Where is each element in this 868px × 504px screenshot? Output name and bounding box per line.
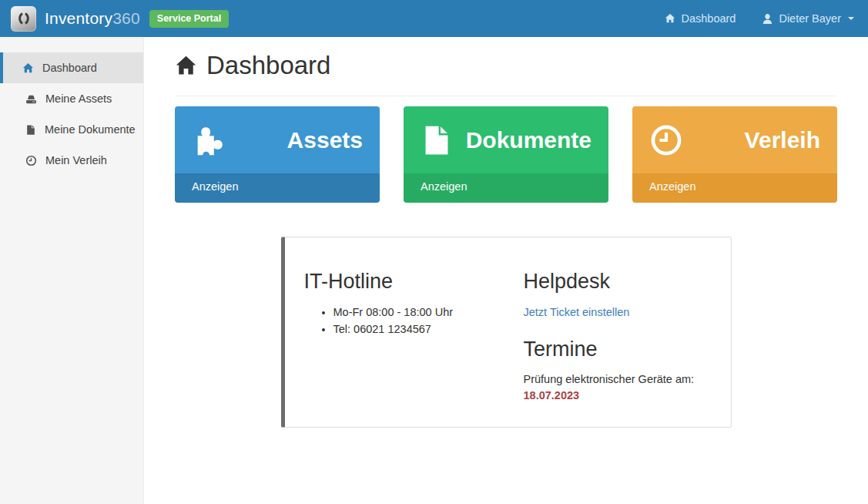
navbar-right: Dashboard Dieter Bayer: [665, 12, 854, 25]
home-icon: [22, 62, 34, 74]
assets-tile-body: Assets: [175, 106, 380, 173]
brand-name: Inventory: [45, 9, 112, 27]
top-navbar: Inventory360 Service Portal Dashboard Di…: [0, 0, 868, 37]
brand-suffix: 360: [112, 9, 140, 27]
assets-tile[interactable]: Assets Anzeigen: [175, 106, 380, 203]
hdd-icon: [25, 93, 37, 105]
page-title: Dashboard: [175, 51, 837, 80]
nav-dashboard-label: Dashboard: [681, 12, 736, 25]
sidebar-item-label: Meine Dokumente: [45, 123, 136, 136]
clock-icon: [649, 123, 683, 157]
sidebar-item-label: Mein Verleih: [45, 154, 107, 166]
file-icon: [25, 124, 36, 136]
helpdesk-title: Helpdesk: [524, 270, 712, 294]
tile-title: Dokumente: [453, 127, 592, 153]
termine-title: Termine: [524, 338, 712, 361]
verleih-tile[interactable]: Verleih Anzeigen: [632, 106, 837, 203]
sidebar-item-label: Meine Assets: [45, 92, 112, 105]
helpdesk-section: Helpdesk Jetzt Ticket einstellen Termine…: [524, 270, 712, 404]
hotline-list: Mo-Fr 08:00 - 18:00 Uhr Tel: 06021 12345…: [333, 306, 524, 335]
sidebar-item-label: Dashboard: [42, 62, 97, 74]
tile-title: Assets: [227, 127, 363, 153]
app-logo-icon: [11, 6, 36, 32]
hotline-phone: Tel: 06021 1234567: [333, 323, 524, 335]
sidebar: Dashboard Meine Assets Meine Dokumente M…: [0, 37, 144, 504]
home-icon: [175, 55, 197, 77]
tile-title: Verleih: [683, 127, 820, 153]
file-icon: [421, 123, 453, 158]
service-portal-badge: Service Portal: [149, 10, 229, 28]
brand-area: Inventory360 Service Portal: [11, 6, 229, 32]
puzzle-icon: [192, 123, 227, 158]
sidebar-item-meine-dokumente[interactable]: Meine Dokumente: [0, 114, 143, 145]
page-title-text: Dashboard: [206, 51, 330, 80]
hotline-section: IT-Hotline Mo-Fr 08:00 - 18:00 Uhr Tel: …: [304, 270, 524, 404]
termine-date: 18.07.2023: [524, 389, 580, 402]
sidebar-item-dashboard[interactable]: Dashboard: [0, 52, 143, 83]
hotline-hours: Mo-Fr 08:00 - 18:00 Uhr: [333, 306, 524, 318]
tile-action[interactable]: Anzeigen: [175, 173, 380, 203]
user-name: Dieter Bayer: [779, 12, 841, 25]
main-content: Dashboard Assets Anzeigen Dokumente Anze…: [144, 37, 868, 504]
termine-info: Prüfung elektronischer Geräte am: 18.07.…: [524, 371, 712, 404]
sidebar-item-mein-verleih[interactable]: Mein Verleih: [0, 145, 143, 176]
chevron-down-icon: [848, 17, 854, 20]
user-menu[interactable]: Dieter Bayer: [762, 12, 854, 25]
title-divider: [175, 96, 837, 96]
nav-dashboard-link[interactable]: Dashboard: [665, 12, 736, 25]
dokumente-tile-body: Dokumente: [404, 106, 608, 173]
clock-icon: [25, 155, 37, 166]
termine-text-line: Prüfung elektronischer Geräte am:: [524, 373, 695, 385]
sidebar-item-meine-assets[interactable]: Meine Assets: [0, 83, 143, 114]
dokumente-tile[interactable]: Dokumente Anzeigen: [404, 106, 608, 203]
create-ticket-link[interactable]: Jetzt Ticket einstellen: [524, 306, 630, 318]
tile-action[interactable]: Anzeigen: [632, 173, 837, 203]
tile-action[interactable]: Anzeigen: [404, 173, 608, 203]
hotline-title: IT-Hotline: [304, 270, 524, 294]
verleih-tile-body: Verleih: [632, 106, 837, 173]
info-panel: IT-Hotline Mo-Fr 08:00 - 18:00 Uhr Tel: …: [281, 237, 732, 428]
user-icon: [762, 13, 773, 25]
home-icon: [665, 13, 675, 24]
dashboard-tiles: Assets Anzeigen Dokumente Anzeigen Verle…: [175, 106, 837, 203]
brand-title: Inventory360: [45, 9, 140, 28]
